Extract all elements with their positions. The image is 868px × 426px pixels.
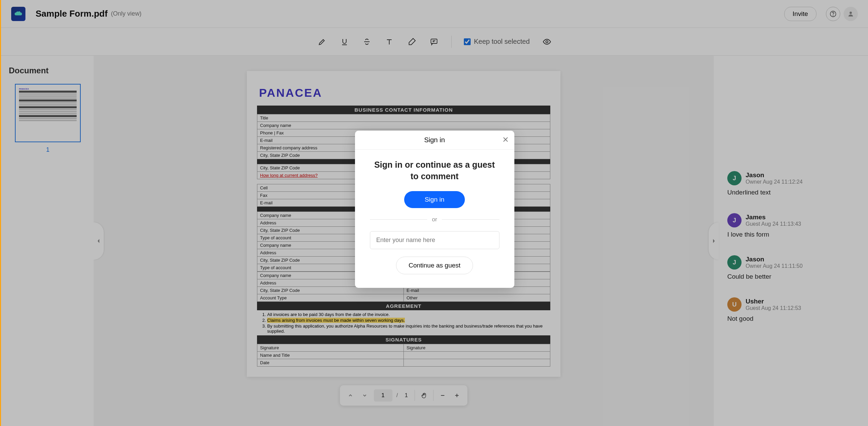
signin-modal: Sign in Sign in or continue as a guest t… bbox=[355, 131, 514, 288]
or-label: or bbox=[432, 216, 437, 223]
signin-button[interactable]: Sign in bbox=[404, 191, 465, 208]
guest-name-input[interactable] bbox=[370, 231, 499, 249]
modal-header: Sign in bbox=[355, 131, 514, 150]
modal-heading: Sign in or continue as a guest to commen… bbox=[370, 159, 499, 182]
continue-guest-button[interactable]: Continue as guest bbox=[396, 257, 473, 274]
modal-overlay[interactable]: Sign in Sign in or continue as a guest t… bbox=[1, 0, 868, 426]
close-icon[interactable] bbox=[502, 136, 509, 144]
modal-title: Sign in bbox=[424, 136, 445, 144]
